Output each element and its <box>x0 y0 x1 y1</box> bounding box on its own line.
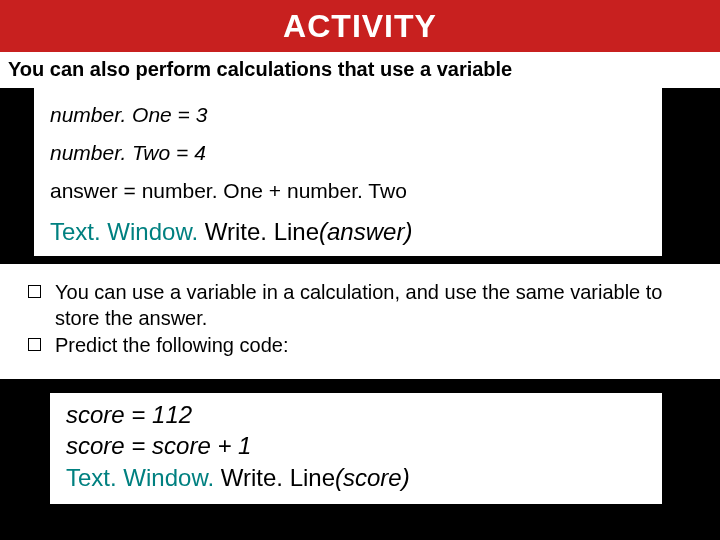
intro-text: You can also perform calculations that u… <box>8 58 712 81</box>
code-writeline: Write. Line <box>205 218 319 245</box>
code-block-2: score = 112 score = score + 1 Text. Wind… <box>50 393 662 504</box>
code-block-1: number. One = 3 number. Two = 4 answer =… <box>34 88 662 256</box>
code-line: score = 112 <box>66 399 646 431</box>
code-line-final: Text. Window. Write. Line(score) <box>66 462 646 494</box>
intro-bar: You can also perform calculations that u… <box>0 52 720 88</box>
code-textwindow: Text. Window. <box>50 218 205 245</box>
code-line: answer = number. One + number. Two <box>50 172 646 210</box>
code-arg: (answer) <box>319 218 412 245</box>
bullet-list: You can use a variable in a calculation,… <box>0 264 720 379</box>
checkbox-icon <box>28 285 41 298</box>
code-arg: (score) <box>335 464 410 491</box>
header-bar: ACTIVITY <box>0 0 720 52</box>
code-line: score = score + 1 <box>66 430 646 462</box>
slide: ACTIVITY You can also perform calculatio… <box>0 0 720 540</box>
list-item: Predict the following code: <box>28 333 700 359</box>
code-line-final: Text. Window. Write. Line(answer) <box>50 210 646 246</box>
code-line: number. One = 3 <box>50 96 646 134</box>
checkbox-icon <box>28 338 41 351</box>
list-item: You can use a variable in a calculation,… <box>28 280 700 331</box>
bullet-text: Predict the following code: <box>55 333 288 359</box>
code-line: number. Two = 4 <box>50 134 646 172</box>
code-textwindow: Text. Window. <box>66 464 221 491</box>
page-title: ACTIVITY <box>283 8 437 45</box>
code-writeline: Write. Line <box>221 464 335 491</box>
bullet-text: You can use a variable in a calculation,… <box>55 280 700 331</box>
